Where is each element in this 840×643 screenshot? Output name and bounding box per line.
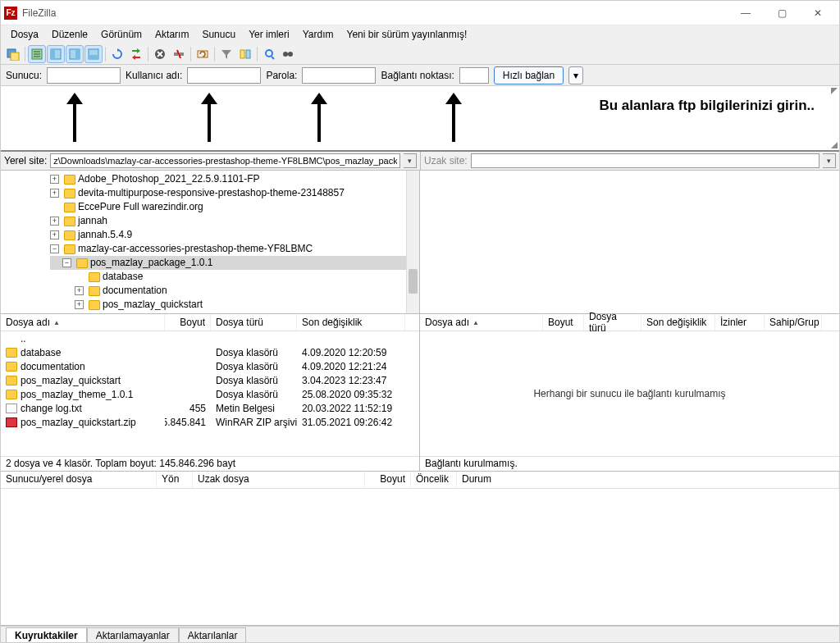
list-item[interactable]: databaseDosya klasörü4.09.2020 12:20:59 xyxy=(1,345,419,359)
tree-item[interactable]: −mazlay-car-accessories-prestashop-theme… xyxy=(50,242,419,256)
toggle-remote-tree-icon[interactable] xyxy=(66,45,84,63)
expand-icon[interactable]: + xyxy=(50,189,59,198)
tree-item[interactable]: −pos_mazlay_package_1.0.1 xyxy=(50,256,419,270)
toggle-local-tree-icon[interactable] xyxy=(47,45,65,63)
list-item[interactable]: pos_mazlay_quickstartDosya klasörü3.04.2… xyxy=(1,373,419,387)
folder-icon xyxy=(64,244,75,254)
local-list-header[interactable]: Dosya adı▲ Boyut Dosya türü Son değişikl… xyxy=(1,314,419,331)
scrollbar[interactable] xyxy=(406,171,419,313)
remote-list-header[interactable]: Dosya adı▲ Boyut Dosya türü Son değişikl… xyxy=(420,314,839,331)
tree-item[interactable]: +pos_mazlay_theme_1.0.1 xyxy=(50,312,419,313)
quickconnect-dropdown[interactable]: ▾ xyxy=(568,66,583,84)
qcol-status[interactable]: Durum xyxy=(457,472,839,488)
menu-server[interactable]: Sunucu xyxy=(195,26,242,43)
remote-site-dropdown[interactable]: ▾ xyxy=(823,153,836,168)
qcol-file[interactable]: Sunucu/yerel dosya xyxy=(1,472,157,488)
local-list-status: 2 dosya ve 4 klasör. Toplam boyut: 145.8… xyxy=(1,456,419,471)
list-item[interactable]: change log.txt455Metin Belgesi20.03.2022… xyxy=(1,401,419,415)
queue-pane[interactable]: Sunucu/yerel dosya Yön Uzak dosya Boyut … xyxy=(1,472,839,626)
expand-icon[interactable]: + xyxy=(50,230,59,239)
tree-item[interactable]: +pos_mazlay_quickstart xyxy=(50,298,419,312)
collapse-icon[interactable]: − xyxy=(50,244,59,253)
tree-item[interactable]: +documentation xyxy=(50,284,419,298)
list-item[interactable]: pos_mazlay_theme_1.0.1Dosya klasörü25.08… xyxy=(1,387,419,401)
menu-bookmarks[interactable]: Yer imleri xyxy=(242,26,296,43)
list-item[interactable]: .. xyxy=(1,331,419,345)
col-type[interactable]: Dosya türü xyxy=(584,314,641,331)
tree-item[interactable]: database xyxy=(50,270,419,284)
list-item[interactable]: pos_mazlay_quickstart.zip145.845.841WinR… xyxy=(1,415,419,429)
list-item[interactable]: documentationDosya klasörü4.09.2020 12:2… xyxy=(1,359,419,373)
tab-queued[interactable]: Kuyruktakiler xyxy=(6,627,87,643)
qcol-remote[interactable]: Uzak dosya xyxy=(193,472,365,488)
user-input[interactable] xyxy=(187,67,261,84)
refresh-icon[interactable] xyxy=(108,45,126,63)
file-modified: 25.08.2020 09:35:32 xyxy=(297,389,405,400)
disconnect-icon[interactable] xyxy=(170,45,188,63)
tree-item-label: EccePure Full warezindir.org xyxy=(78,200,203,214)
tree-item[interactable]: EccePure Full warezindir.org xyxy=(50,200,419,214)
quickconnect-button[interactable]: Hızlı bağlan xyxy=(494,66,564,84)
expand-icon[interactable]: + xyxy=(75,300,84,309)
sync-browse-icon[interactable] xyxy=(260,45,278,63)
cancel-icon[interactable] xyxy=(151,45,169,63)
col-size[interactable]: Boyut xyxy=(543,314,584,331)
minimize-button[interactable]: — xyxy=(728,2,764,25)
expand-icon[interactable]: + xyxy=(75,286,84,295)
col-owner[interactable]: Sahip/Grup xyxy=(765,314,822,331)
tree-item[interactable]: +devita-multipurpose-responsive-prestash… xyxy=(50,186,419,200)
collapse-icon[interactable]: − xyxy=(62,258,71,267)
file-name: pos_mazlay_quickstart.zip xyxy=(21,417,136,428)
qcol-dir[interactable]: Yön xyxy=(157,472,193,488)
pass-input[interactable] xyxy=(302,67,376,84)
close-button[interactable]: ✕ xyxy=(800,2,836,25)
menu-file[interactable]: Dosya xyxy=(4,26,45,43)
process-queue-icon[interactable] xyxy=(127,45,145,63)
col-size[interactable]: Boyut xyxy=(165,314,211,331)
host-input[interactable] xyxy=(47,67,121,84)
toggle-log-icon[interactable] xyxy=(28,45,46,63)
file-modified: 4.09.2020 12:21:24 xyxy=(297,361,405,372)
col-modified[interactable]: Son değişiklik xyxy=(297,314,405,331)
folder-icon xyxy=(64,189,75,198)
filter-icon[interactable] xyxy=(217,45,235,63)
col-type[interactable]: Dosya türü xyxy=(211,314,297,331)
port-input[interactable] xyxy=(459,67,489,84)
remote-tree-pane[interactable] xyxy=(420,171,839,313)
local-site-dropdown[interactable]: ▾ xyxy=(404,153,417,168)
qcol-size[interactable]: Boyut xyxy=(365,472,411,488)
qcol-priority[interactable]: Öncelik xyxy=(411,472,457,488)
col-name[interactable]: Dosya adı▲ xyxy=(420,314,543,331)
remote-site-input[interactable] xyxy=(471,153,819,168)
file-name: pos_mazlay_theme_1.0.1 xyxy=(21,389,133,400)
expand-icon[interactable]: + xyxy=(50,175,59,184)
tree-item[interactable]: +Adobe_Photoshop_2021_22.5.9.1101-FP xyxy=(50,172,419,186)
col-permissions[interactable]: İzinler xyxy=(715,314,765,331)
file-name: database xyxy=(21,347,61,358)
file-modified: 20.03.2022 11:52:19 xyxy=(297,403,405,414)
folder-icon xyxy=(6,376,17,385)
col-modified[interactable]: Son değişiklik xyxy=(641,314,715,331)
find-icon[interactable] xyxy=(279,45,297,63)
local-list-pane[interactable]: Dosya adı▲ Boyut Dosya türü Son değişikl… xyxy=(1,314,420,471)
menu-view[interactable]: Görünüm xyxy=(94,26,148,43)
site-manager-icon[interactable] xyxy=(4,45,22,63)
menu-edit[interactable]: Düzenle xyxy=(45,26,94,43)
tree-item[interactable]: +jannah xyxy=(50,214,419,228)
menu-help[interactable]: Yardım xyxy=(296,26,340,43)
tree-item[interactable]: +jannah.5.4.9 xyxy=(50,228,419,242)
tab-successful[interactable]: Aktarılanlar xyxy=(179,627,247,643)
queue-header[interactable]: Sunucu/yerel dosya Yön Uzak dosya Boyut … xyxy=(1,472,839,489)
expand-icon[interactable]: + xyxy=(50,217,59,226)
compare-icon[interactable] xyxy=(236,45,254,63)
menu-transfer[interactable]: Aktarım xyxy=(148,26,195,43)
local-tree-pane[interactable]: +Adobe_Photoshop_2021_22.5.9.1101-FP+dev… xyxy=(1,171,420,313)
tab-failed[interactable]: Aktarılamayanlar xyxy=(87,627,179,643)
reconnect-icon[interactable] xyxy=(194,45,212,63)
maximize-button[interactable]: ▢ xyxy=(764,2,800,25)
local-site-input[interactable] xyxy=(50,153,400,168)
toggle-queue-icon[interactable] xyxy=(84,45,103,63)
col-name[interactable]: Dosya adı▲ xyxy=(1,314,165,331)
menu-update[interactable]: Yeni bir sürüm yayınlanmış! xyxy=(340,26,474,43)
remote-list-pane[interactable]: Dosya adı▲ Boyut Dosya türü Son değişikl… xyxy=(420,314,839,471)
